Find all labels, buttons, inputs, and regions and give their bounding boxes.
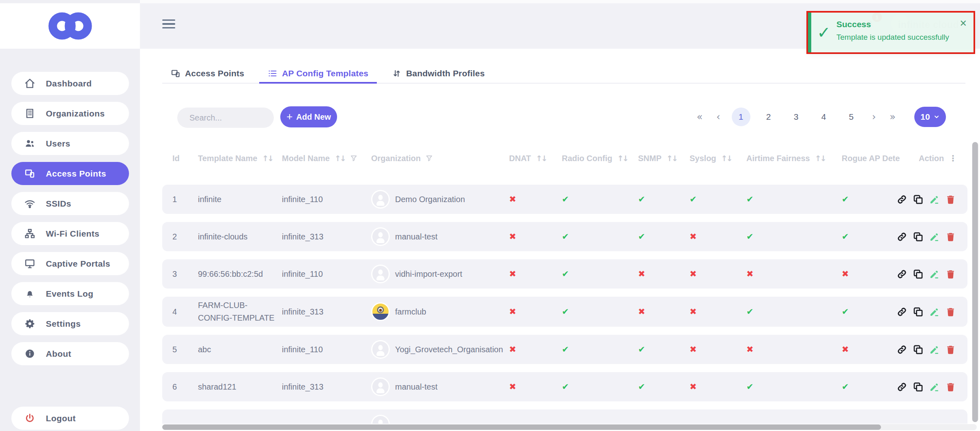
link-action-icon[interactable] — [896, 269, 907, 280]
column-label: Rogue AP Dete — [842, 154, 900, 163]
pagination-last-button[interactable]: » — [887, 111, 898, 123]
success-toast: ✓ Success Template is updated successful… — [808, 13, 974, 52]
filter-icon[interactable] — [426, 155, 433, 162]
pagination-page-2[interactable]: 2 — [759, 108, 778, 126]
copy-action-icon[interactable] — [913, 344, 924, 355]
column-header-dnat: DNAT↑↓ — [509, 154, 562, 163]
org-avatar — [371, 265, 390, 283]
delete-action-icon[interactable] — [945, 306, 956, 317]
sidebar-item-label: Access Points — [46, 169, 106, 179]
sort-icon[interactable]: ↑↓ — [536, 154, 546, 163]
copy-action-icon[interactable] — [913, 194, 924, 205]
cell-actions — [896, 269, 957, 280]
delete-action-icon[interactable] — [945, 231, 956, 242]
sidebar-item-dashboard[interactable]: Dashboard — [11, 72, 129, 95]
copy-action-icon[interactable] — [913, 381, 924, 392]
horizontal-scrollbar-thumb[interactable] — [162, 425, 881, 430]
sidebar-item-label: Organizations — [46, 109, 105, 119]
pagination-next-button[interactable]: › — [870, 111, 879, 123]
horizontal-scrollbar[interactable] — [162, 424, 977, 430]
pagination-page-3[interactable]: 3 — [787, 108, 806, 126]
link-action-icon[interactable] — [896, 194, 907, 205]
filter-icon[interactable] — [350, 155, 358, 162]
org-name: vidhi-import-export — [395, 268, 462, 280]
cell-actions — [896, 231, 957, 242]
sidebar-item-label: Logout — [46, 414, 76, 423]
link-action-icon[interactable] — [896, 231, 907, 242]
tab-bandwidth-profiles[interactable]: Bandwidth Profiles — [383, 64, 493, 83]
check-icon: ✔ — [638, 343, 690, 356]
cross-icon: ✖ — [638, 267, 690, 281]
table-row: 5abcinfinite_110Yogi_Grovetech_Organisat… — [162, 335, 967, 364]
delete-action-icon[interactable] — [945, 269, 956, 280]
edit-action-icon[interactable] — [929, 194, 940, 205]
sort-icon[interactable]: ↑↓ — [262, 154, 273, 163]
copy-action-icon[interactable] — [913, 231, 924, 242]
cell-model-name: infinite_110 — [282, 268, 371, 280]
toast-close-icon[interactable]: ✕ — [960, 18, 967, 28]
cell-template-name: sharad121 — [198, 381, 282, 393]
tab-ap-config-templates[interactable]: AP Config Templates — [259, 64, 377, 83]
pagination-page-1[interactable]: 1 — [732, 108, 750, 126]
sort-icon[interactable]: ↑↓ — [721, 154, 732, 163]
cell-id: 4 — [172, 306, 198, 318]
vertical-scrollbar-thumb[interactable] — [972, 142, 978, 422]
sidebar-item-about[interactable]: About — [11, 342, 129, 365]
sort-icon[interactable]: ↑↓ — [666, 154, 677, 163]
sidebar-item-ssids[interactable]: SSIDs — [11, 192, 129, 215]
sidebar-item-settings[interactable]: Settings — [11, 312, 129, 335]
search-input[interactable] — [177, 108, 274, 128]
delete-action-icon[interactable] — [945, 381, 956, 392]
sidebar-item-wi-fi-clients[interactable]: Wi-Fi Clients — [11, 222, 129, 245]
link-action-icon[interactable] — [896, 381, 907, 392]
sidebar-item-label: Captive Portals — [46, 259, 110, 269]
copy-action-icon[interactable] — [913, 306, 924, 317]
sidebar-item-logout[interactable]: Logout — [11, 407, 129, 430]
sidebar-item-organizations[interactable]: Organizations — [11, 102, 129, 125]
cell-template-name: infinite-clouds — [198, 231, 282, 243]
add-new-button[interactable]: + Add New — [280, 106, 337, 127]
link-action-icon[interactable] — [896, 344, 907, 355]
edit-action-icon[interactable] — [929, 381, 940, 392]
sort-icon[interactable]: ↑↓ — [617, 154, 628, 163]
table-row: 1infiniteinfinite_110Demo Organization✖✔… — [162, 185, 967, 214]
delete-action-icon[interactable] — [945, 344, 956, 355]
column-label: Id — [172, 154, 180, 163]
tab-label: Bandwidth Profiles — [406, 69, 485, 78]
cross-icon: ✖ — [746, 343, 842, 356]
devices-icon — [24, 168, 35, 179]
sort-icon[interactable]: ↑↓ — [335, 154, 345, 163]
pagination-page-4[interactable]: 4 — [815, 108, 833, 126]
edit-action-icon[interactable] — [929, 306, 940, 317]
pagination-prev-button[interactable]: ‹ — [714, 111, 723, 123]
sidebar-item-access-points[interactable]: Access Points — [11, 162, 129, 185]
column-menu-icon[interactable]: ⋮ — [949, 153, 957, 163]
column-header-template-name: Template Name↑↓ — [198, 154, 282, 163]
copy-action-icon[interactable] — [913, 269, 924, 280]
org-avatar — [371, 415, 390, 424]
hamburger-menu-icon[interactable] — [162, 18, 176, 30]
delete-action-icon[interactable] — [945, 194, 956, 205]
gear-icon — [24, 318, 35, 329]
cross-icon: ✖ — [509, 343, 562, 356]
page-size-select[interactable]: 10 — [914, 107, 946, 127]
column-label: DNAT — [509, 154, 531, 163]
edit-action-icon[interactable] — [929, 231, 940, 242]
tab-access-points[interactable]: Access Points — [162, 64, 253, 83]
org-avatar — [371, 340, 390, 359]
sidebar-item-captive-portals[interactable]: Captive Portals — [11, 252, 129, 275]
sort-icon[interactable]: ↑↓ — [815, 154, 825, 163]
vertical-scrollbar[interactable] — [972, 142, 978, 422]
monitor-icon — [24, 258, 35, 269]
cross-icon: ✖ — [690, 343, 746, 356]
pagination-page-5[interactable]: 5 — [842, 108, 861, 126]
edit-action-icon[interactable] — [929, 344, 940, 355]
link-action-icon[interactable] — [896, 306, 907, 317]
sidebar-item-users[interactable]: Users — [11, 132, 129, 155]
org-name: Yogi_Grovetech_Organisation — [395, 343, 503, 356]
cross-icon: ✖ — [638, 305, 690, 319]
edit-action-icon[interactable] — [929, 269, 940, 280]
sidebar-item-events-log[interactable]: Events Log — [11, 282, 129, 305]
pagination-first-button[interactable]: « — [694, 111, 705, 123]
cell-organization: Demo Organization — [371, 190, 509, 209]
